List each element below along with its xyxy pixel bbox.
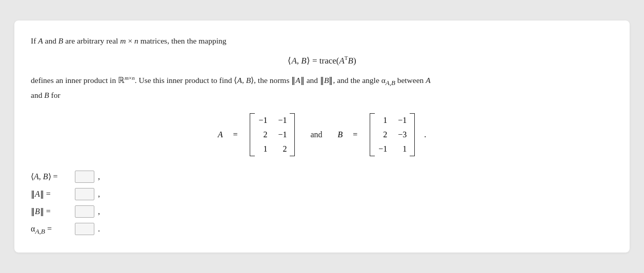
b-r3c1: −1 [378, 142, 387, 156]
matrix-b-label: B [338, 130, 343, 139]
norm-a-row: ‖A‖ = , [31, 188, 613, 200]
matrix-a-label: A [218, 130, 223, 139]
a-r1c2: −1 [277, 113, 287, 128]
norm-b-row: ‖B‖ = , [31, 205, 613, 218]
inner-product-comma: , [98, 172, 100, 181]
inner-product-row: ⟨A, B⟩ = , [31, 171, 613, 183]
matrix-a: −1 −1 2 −1 1 2 [250, 113, 295, 156]
b-r1c1: 1 [378, 113, 387, 128]
description-text: defines an inner product in ℝm×n. Use th… [31, 73, 613, 102]
alpha-dot: . [98, 224, 100, 234]
intro-text: If A and B are arbitrary real m × n matr… [31, 35, 613, 48]
matrix-a-rows: −1 −1 2 −1 1 2 [258, 113, 287, 156]
inner-product-input[interactable] [75, 171, 94, 183]
norm-a-label: ‖A‖ = [31, 189, 72, 199]
answers-section: ⟨A, B⟩ = , ‖A‖ = , ‖B‖ = , αA,B = [31, 171, 613, 236]
a-r3c2: 2 [277, 142, 287, 156]
norm-b-input[interactable] [75, 205, 94, 218]
norm-a-input[interactable] [75, 188, 94, 200]
matrix-b-rows: 1 −1 2 −3 −1 1 [378, 113, 407, 156]
and-label: and [310, 130, 322, 139]
norm-b-comma: , [98, 207, 100, 216]
period: . [424, 130, 426, 139]
norm-b-label: ‖B‖ = [31, 206, 72, 216]
alpha-label: αA,B = [31, 224, 72, 236]
norm-a-comma: , [98, 190, 100, 199]
a-r3c1: 1 [258, 142, 267, 156]
b-r2c2: −3 [397, 128, 407, 142]
matrix-b: 1 −1 2 −3 −1 1 [370, 113, 415, 156]
formula-display: ⟨A, B⟩ = trace(ATB) [31, 55, 613, 66]
b-r2c1: 2 [378, 128, 387, 142]
matrix-section: A = −1 −1 2 −1 1 2 [31, 113, 613, 156]
b-r1c2: −1 [397, 113, 407, 128]
equals-a: = [233, 130, 237, 139]
a-r2c2: −1 [277, 128, 287, 142]
alpha-input[interactable] [75, 223, 94, 235]
inner-product-label: ⟨A, B⟩ = [31, 172, 72, 181]
a-r2c1: 2 [258, 128, 267, 142]
a-r1c1: −1 [258, 113, 267, 128]
b-r3c2: 1 [397, 142, 407, 156]
main-card: If A and B are arbitrary real m × n matr… [14, 20, 630, 252]
alpha-row: αA,B = . [31, 223, 613, 236]
equals-b: = [353, 130, 357, 139]
